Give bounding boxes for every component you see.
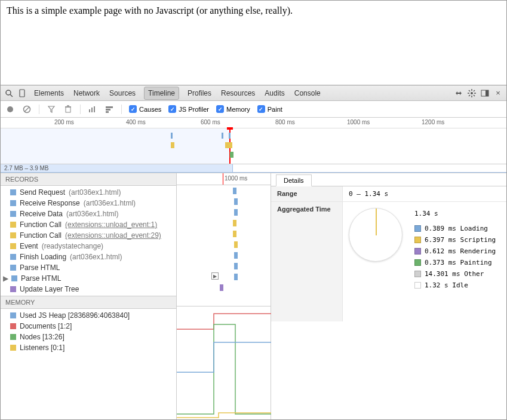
devtools-toolbar: Elements Network Sources Timeline Profil… bbox=[1, 85, 506, 101]
inspect-icon[interactable] bbox=[4, 88, 14, 98]
dock-icon[interactable] bbox=[480, 88, 490, 98]
memory-color-swatch bbox=[10, 323, 16, 329]
svg-rect-17 bbox=[66, 107, 70, 112]
memory-row[interactable]: Listeners [0:1] bbox=[1, 342, 176, 353]
record-row[interactable]: ▶Parse HTML bbox=[1, 273, 176, 284]
legend-swatch bbox=[414, 248, 421, 255]
svg-rect-20 bbox=[89, 109, 90, 112]
legend-row: 0.612 ms Rendering bbox=[414, 246, 496, 257]
causes-label: Causes bbox=[139, 106, 161, 113]
memory-row[interactable]: Documents [1:2] bbox=[1, 321, 176, 332]
overview-strip[interactable] bbox=[1, 128, 506, 164]
legend-text: 14.301 ms Other bbox=[425, 270, 484, 278]
playhead-marker[interactable] bbox=[223, 173, 223, 185]
record-row[interactable]: Receive Data(art036ex1.html) bbox=[1, 209, 176, 219]
record-row[interactable]: Update Layer Tree bbox=[1, 284, 176, 295]
svg-rect-2 bbox=[20, 90, 24, 97]
timeline-toolbar: ✓ Causes ✓ JS Profiler ✓ Memory ✓ Paint bbox=[1, 101, 506, 118]
jsprofiler-checkbox[interactable]: ✓ JS Profiler bbox=[168, 105, 209, 113]
range-value: 0 – 1.34 s bbox=[343, 186, 506, 201]
flame-ruler-tick: 1000 ms bbox=[225, 175, 247, 182]
memory-row[interactable]: Used JS Heap [2836896:4063840] bbox=[1, 310, 176, 321]
checkbox-checked-icon: ✓ bbox=[129, 105, 137, 113]
memory-range-strip: 2.7 MB – 3.9 MB bbox=[1, 164, 506, 173]
legend-swatch bbox=[414, 237, 421, 243]
tab-profiles[interactable]: Profiles bbox=[186, 87, 213, 100]
memory-checkbox[interactable]: ✓ Memory bbox=[216, 105, 250, 113]
legend-text: 1.32 s Idle bbox=[425, 281, 468, 289]
record-detail[interactable]: (extensions::unload_event:1) bbox=[65, 220, 157, 229]
pie-chart bbox=[349, 208, 402, 262]
record-color-swatch bbox=[10, 200, 16, 206]
ruler-tick: 600 ms bbox=[201, 119, 220, 125]
page-text: This is a simple example page with no Ja… bbox=[7, 5, 293, 16]
record-icon[interactable] bbox=[5, 105, 15, 114]
legend-row: 1.32 s Idle bbox=[414, 280, 496, 291]
ruler-tick: 200 ms bbox=[54, 119, 74, 125]
legend-swatch bbox=[414, 282, 421, 289]
tab-sources[interactable]: Sources bbox=[108, 87, 137, 100]
close-icon[interactable]: × bbox=[493, 88, 503, 98]
trash-icon[interactable] bbox=[63, 105, 73, 114]
tab-network[interactable]: Network bbox=[72, 87, 101, 100]
settings-icon[interactable] bbox=[467, 88, 477, 98]
drawer-icon[interactable] bbox=[454, 88, 463, 98]
memory-list: Used JS Heap [2836896:4063840]Documents … bbox=[1, 309, 176, 354]
checkbox-checked-icon: ✓ bbox=[257, 105, 265, 113]
svg-rect-21 bbox=[91, 108, 93, 112]
svg-rect-23 bbox=[106, 106, 113, 108]
record-row[interactable]: Send Request(art036ex1.html) bbox=[1, 187, 176, 198]
records-header: RECORDS bbox=[1, 173, 176, 186]
tab-timeline[interactable]: Timeline bbox=[144, 87, 179, 100]
record-row[interactable]: Parse HTML bbox=[1, 262, 176, 273]
memory-chart[interactable] bbox=[177, 306, 271, 419]
view-flame-icon[interactable] bbox=[105, 105, 114, 114]
svg-line-11 bbox=[474, 90, 475, 91]
record-row[interactable]: Function Call(extensions::unload_event:2… bbox=[1, 230, 176, 241]
record-row[interactable]: Function Call(extensions::unload_event:1… bbox=[1, 219, 176, 230]
legend-swatch bbox=[414, 259, 421, 266]
flame-body[interactable]: ▶ bbox=[177, 185, 271, 306]
memory-name: Used JS Heap [2836896:4063840] bbox=[20, 311, 130, 320]
svg-line-10 bbox=[469, 95, 470, 96]
record-name: Send Request bbox=[20, 188, 65, 197]
legend: 1.34 s 0.389 ms Loading6.397 ms Scriptin… bbox=[414, 208, 496, 315]
svg-line-1 bbox=[10, 94, 13, 97]
tab-console[interactable]: Console bbox=[293, 87, 322, 100]
causes-checkbox[interactable]: ✓ Causes bbox=[129, 105, 161, 113]
details-column: Details Range 0 – 1.34 s Aggregated Time… bbox=[271, 173, 506, 419]
record-name: Receive Data bbox=[20, 210, 63, 218]
filter-icon[interactable] bbox=[47, 105, 56, 114]
overview-ruler[interactable]: 200 ms 400 ms 600 ms 800 ms 1000 ms 1200… bbox=[1, 118, 506, 128]
memory-row[interactable]: Nodes [13:26] bbox=[1, 332, 176, 342]
tab-resources[interactable]: Resources bbox=[220, 87, 256, 100]
tab-audits[interactable]: Audits bbox=[263, 87, 285, 100]
ruler-tick: 1000 ms bbox=[347, 119, 370, 125]
legend-row: 6.397 ms Scripting bbox=[414, 234, 496, 246]
legend-text: 0.373 ms Painting bbox=[425, 259, 492, 266]
record-row[interactable]: Finish Loading(art036ex1.html) bbox=[1, 252, 176, 262]
device-icon[interactable] bbox=[17, 88, 27, 98]
paint-checkbox[interactable]: ✓ Paint bbox=[257, 105, 282, 113]
record-row[interactable]: Event(readystatechange) bbox=[1, 241, 176, 252]
expand-icon[interactable]: ▶ bbox=[3, 274, 8, 283]
record-detail[interactable]: (extensions::unload_event:29) bbox=[65, 231, 161, 240]
record-name: Parse HTML bbox=[20, 263, 60, 272]
ruler-tick: 400 ms bbox=[126, 119, 146, 125]
marker-flag-icon[interactable]: ▶ bbox=[211, 272, 219, 280]
flame-ruler[interactable]: 1000 ms bbox=[177, 173, 271, 185]
aggregated-label: Aggregated Time bbox=[271, 202, 343, 321]
record-name: Receive Response bbox=[20, 199, 80, 207]
view-bars-icon[interactable] bbox=[88, 105, 97, 114]
tab-details[interactable]: Details bbox=[276, 174, 312, 186]
tab-elements[interactable]: Elements bbox=[33, 87, 65, 100]
paint-label: Paint bbox=[268, 106, 282, 113]
record-name: Event bbox=[20, 242, 38, 250]
record-row[interactable]: Receive Response(art036ex1.html) bbox=[1, 198, 176, 209]
memory-header: MEMORY bbox=[1, 296, 176, 309]
record-color-swatch bbox=[10, 286, 16, 292]
clear-icon[interactable] bbox=[22, 105, 32, 114]
svg-rect-25 bbox=[106, 111, 109, 113]
records-column: RECORDS Send Request(art036ex1.html)Rece… bbox=[1, 173, 177, 419]
svg-rect-13 bbox=[486, 90, 488, 96]
